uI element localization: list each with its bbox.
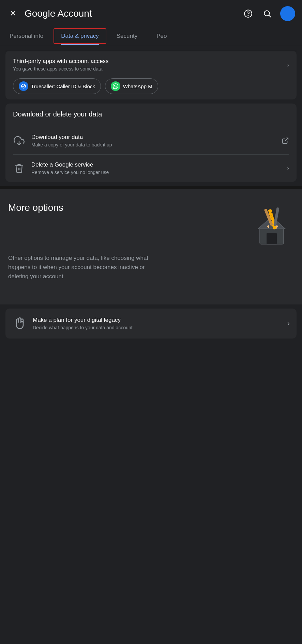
close-button[interactable]: ✕ [7, 9, 19, 18]
whatsapp-icon [111, 81, 120, 91]
legacy-arrow: › [287, 319, 290, 328]
tab-personal-info[interactable]: Personal info [0, 27, 53, 45]
legacy-content: Make a plan for your digital legacy Deci… [33, 317, 282, 330]
more-options-illustration [250, 202, 294, 247]
more-options-header: More options [8, 202, 294, 247]
header: ✕ Google Account [0, 0, 302, 27]
svg-line-4 [285, 138, 288, 141]
svg-point-1 [248, 15, 248, 16]
whatsapp-pill[interactable]: WhatsApp M [105, 78, 158, 94]
more-options-title: More options [8, 202, 63, 213]
tab-data-privacy[interactable]: Data & privacy [53, 27, 107, 45]
delete-service-arrow: › [287, 165, 289, 172]
trash-icon [13, 162, 25, 174]
help-icon[interactable] [242, 7, 254, 20]
truecaller-pill[interactable]: Truecaller: Caller ID & Block [13, 78, 101, 94]
download-data-item[interactable]: Download your data Make a copy of your d… [5, 127, 297, 154]
delete-service-content: Delete a Google service Remove a service… [31, 161, 281, 175]
svg-point-0 [244, 10, 252, 17]
hand-icon [12, 316, 27, 331]
third-party-arrow: › [287, 61, 289, 68]
tab-bar: Personal info Data & privacy Security Pe… [0, 27, 302, 45]
avatar[interactable] [280, 6, 295, 21]
header-icons [242, 6, 295, 21]
download-cloud-icon [13, 135, 25, 147]
tab-people[interactable]: Peo [147, 27, 176, 45]
download-delete-title: Download or delete your data [13, 110, 289, 118]
whatsapp-label: WhatsApp M [123, 83, 152, 89]
third-party-header[interactable]: Third-party apps with account access You… [5, 51, 297, 73]
delete-service-title: Delete a Google service [31, 161, 281, 168]
svg-point-2 [264, 11, 269, 16]
delete-service-desc: Remove a service you no longer use [31, 170, 281, 175]
legacy-card[interactable]: Make a plan for your digital legacy Deci… [5, 309, 297, 339]
app-pills: Truecaller: Caller ID & Block WhatsApp M [5, 73, 297, 99]
legacy-desc: Decide what happens to your data and acc… [33, 325, 282, 330]
third-party-title: Third-party apps with account access [13, 58, 287, 65]
tab-data-privacy-label: Data & privacy [61, 33, 99, 39]
truecaller-icon [19, 81, 28, 91]
svg-rect-7 [267, 233, 277, 244]
third-party-card: Third-party apps with account access You… [5, 51, 297, 99]
section-separator [0, 186, 302, 189]
truecaller-label: Truecaller: Caller ID & Block [31, 83, 95, 89]
tab-security[interactable]: Security [107, 27, 147, 45]
download-data-content: Download your data Make a copy of your d… [31, 134, 275, 147]
external-link-icon [282, 137, 289, 144]
more-options-section: More options [0, 189, 302, 304]
download-data-desc: Make a copy of your data to back it up [31, 142, 275, 147]
search-icon[interactable] [261, 7, 273, 20]
download-data-title: Download your data [31, 134, 275, 141]
svg-line-3 [269, 15, 271, 17]
download-delete-header: Download or delete your data [5, 104, 297, 127]
download-delete-card: Download or delete your data Download yo… [5, 104, 297, 182]
app-title: Google Account [25, 8, 237, 19]
third-party-subtitle: You gave these apps access to some data [13, 66, 287, 72]
delete-service-item[interactable]: Delete a Google service Remove a service… [5, 155, 297, 182]
more-options-desc: Other options to manage your data, like … [8, 253, 151, 281]
legacy-title: Make a plan for your digital legacy [33, 317, 282, 324]
